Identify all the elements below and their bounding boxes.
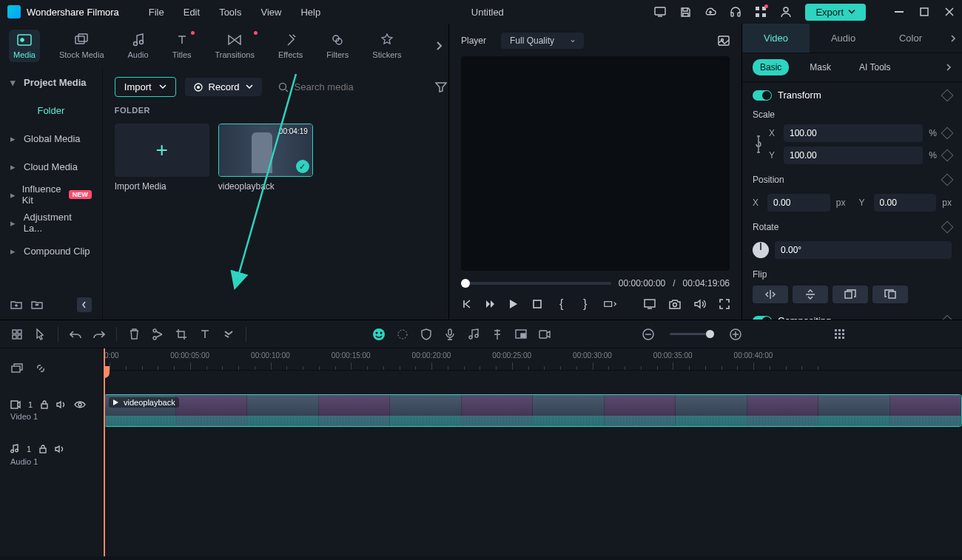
new-folder-icon[interactable] [10, 299, 22, 311]
keyframe-diamond-icon[interactable] [941, 314, 954, 320]
sidebar-project-media[interactable]: ▾Project Media [0, 68, 102, 96]
tl-record-icon[interactable] [538, 328, 551, 341]
tl-layers-icon[interactable] [10, 362, 24, 375]
delete-folder-icon[interactable] [31, 299, 43, 311]
zoom-out-icon[interactable] [642, 328, 655, 341]
pos-y-input[interactable] [874, 194, 937, 212]
tl-grid-icon[interactable] [10, 328, 24, 341]
prop-tab-audio[interactable]: Audio [810, 24, 877, 53]
tl-more-icon[interactable] [222, 328, 235, 341]
mute-icon[interactable] [55, 445, 65, 453]
user-icon[interactable] [780, 6, 792, 18]
tl-marker-icon[interactable] [491, 328, 504, 341]
eye-icon[interactable] [74, 401, 86, 408]
timeline-ruler[interactable]: 00:0000:00:05:0000:00:10:0000:00:15:0000… [104, 348, 962, 371]
tl-music-icon[interactable] [467, 328, 480, 341]
filter-icon[interactable] [435, 82, 447, 92]
transform-toggle[interactable] [753, 90, 772, 101]
import-button[interactable]: Import [115, 77, 176, 97]
cloud-icon[interactable] [704, 6, 716, 18]
minimize-icon[interactable] [894, 7, 904, 17]
timeline-clip[interactable]: videoplayback [104, 394, 962, 427]
tab-media[interactable]: Media [9, 30, 40, 62]
tab-titles[interactable]: Titles [168, 30, 196, 62]
rotate-input[interactable] [775, 241, 952, 259]
tabs-scroll-right-icon[interactable] [435, 41, 443, 51]
mark-in-icon[interactable]: { [556, 297, 567, 311]
tl-crop-icon[interactable] [175, 328, 188, 341]
keyframe-diamond-icon[interactable] [941, 127, 954, 140]
subtab-basic[interactable]: Basic [753, 59, 789, 75]
screen-icon[interactable] [654, 6, 666, 18]
sidebar-compound-clip[interactable]: ▸Compound Clip [0, 237, 102, 265]
tl-view-icon[interactable] [833, 328, 847, 341]
prop-tab-color[interactable]: Color [877, 24, 944, 53]
progress-bar[interactable] [461, 282, 611, 285]
camera-icon[interactable] [669, 297, 681, 311]
ratio-icon[interactable] [604, 297, 617, 311]
search-box[interactable] [271, 81, 426, 92]
search-input[interactable] [295, 81, 419, 92]
mute-icon[interactable] [56, 400, 67, 409]
tl-pip-icon[interactable] [514, 328, 528, 341]
display-icon[interactable] [644, 297, 656, 311]
prop-tab-video[interactable]: Video [742, 24, 810, 53]
tl-dotted-icon[interactable] [396, 328, 409, 341]
preview-canvas[interactable] [461, 56, 730, 271]
mark-out-icon[interactable]: } [580, 297, 591, 311]
subtabs-more-icon[interactable] [946, 63, 952, 72]
tab-stickers[interactable]: Stickers [368, 30, 406, 62]
lock-icon[interactable] [38, 445, 47, 453]
rotate-knob[interactable] [753, 242, 769, 258]
menu-tools[interactable]: Tools [219, 7, 241, 18]
tab-audio[interactable]: Audio [124, 30, 153, 62]
flip-horizontal-button[interactable] [753, 286, 788, 303]
quality-select[interactable]: Full Quality [501, 33, 584, 49]
menu-edit[interactable]: Edit [184, 7, 200, 18]
menu-help[interactable]: Help [300, 7, 320, 18]
tl-face-icon[interactable] [372, 328, 386, 341]
collapse-sidebar-icon[interactable] [77, 297, 92, 312]
subtab-ai-tools[interactable]: AI Tools [852, 59, 898, 75]
sidebar-adjustment-layer[interactable]: ▸Adjustment La... [0, 209, 102, 237]
compositing-toggle[interactable] [753, 316, 772, 320]
tl-split-icon[interactable] [151, 328, 164, 341]
flip-copy2-button[interactable] [872, 286, 908, 303]
apps-icon[interactable] [755, 6, 767, 18]
tl-text-icon[interactable] [198, 328, 212, 341]
record-button[interactable]: Record [185, 78, 262, 96]
snapshot-icon[interactable] [718, 35, 730, 47]
keyframe-diamond-icon[interactable] [941, 89, 954, 101]
keyframe-diamond-icon[interactable] [941, 221, 954, 234]
close-icon[interactable] [944, 7, 955, 17]
volume-icon[interactable] [694, 297, 706, 311]
zoom-slider[interactable] [670, 333, 714, 335]
keyframe-diamond-icon[interactable] [941, 174, 954, 186]
audio-track-lane[interactable] [104, 433, 962, 477]
tl-undo-icon[interactable] [69, 328, 82, 341]
headphones-icon[interactable] [730, 6, 741, 18]
maximize-icon[interactable] [919, 7, 929, 17]
pos-x-input[interactable] [767, 194, 830, 212]
menu-file[interactable]: File [149, 7, 164, 18]
tab-effects[interactable]: Effects [274, 30, 307, 62]
import-media-card[interactable]: + Import Media [115, 124, 209, 192]
tab-transitions[interactable]: Transitions [211, 30, 259, 62]
stop-icon[interactable] [532, 297, 542, 311]
scale-y-input[interactable] [784, 146, 923, 164]
sidebar-global-media[interactable]: ▸Global Media [0, 124, 102, 152]
tl-delete-icon[interactable] [127, 328, 141, 341]
track-header-audio[interactable]: 1 Audio 1 [0, 433, 103, 477]
sidebar-cloud-media[interactable]: ▸Cloud Media [0, 152, 102, 181]
lock-icon[interactable] [40, 400, 49, 409]
prev-frame-icon[interactable] [461, 297, 471, 311]
link-icon[interactable] [753, 133, 763, 155]
play-forward-icon[interactable] [485, 297, 495, 311]
sidebar-folder[interactable]: Folder [0, 96, 102, 124]
track-header-video[interactable]: 1 Video 1 [0, 388, 103, 433]
menu-view[interactable]: View [260, 7, 281, 18]
sidebar-influence-kit[interactable]: ▸Influence KitNEW [0, 181, 102, 209]
flip-copy-button[interactable] [832, 286, 868, 303]
media-clip-card[interactable]: 00:04:19✓ videoplayback [218, 124, 313, 192]
tl-cursor-icon[interactable] [34, 328, 47, 341]
